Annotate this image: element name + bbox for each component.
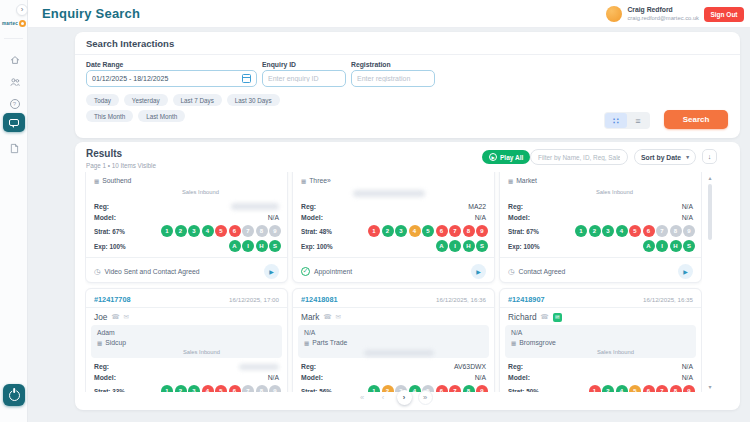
reg-value-redacted xyxy=(239,364,279,370)
model-value: N/A xyxy=(268,374,279,381)
sidebar-divider xyxy=(4,38,23,39)
scroll-down-icon[interactable]: ▾ xyxy=(706,383,714,390)
model-value: N/A xyxy=(475,374,486,381)
scroll-up-icon[interactable]: ▴ xyxy=(706,174,714,181)
chip-last-month[interactable]: Last Month xyxy=(138,110,185,122)
card-location: Three» xyxy=(309,177,331,184)
play-icon: ▶ xyxy=(489,153,497,161)
model-label: Model: xyxy=(508,214,530,221)
enquiry-card[interactable]: #12418907 16/12/2025, 16:35 Richard ☎ ✉ … xyxy=(499,288,702,392)
scrollbar-thumb[interactable] xyxy=(708,184,712,240)
play-all-button[interactable]: ▶ Play All xyxy=(482,150,530,164)
power-icon xyxy=(9,390,20,401)
score-circle: H xyxy=(256,240,268,252)
sign-out-button[interactable]: Sign Out xyxy=(704,7,744,22)
sidebar-item-help[interactable]: ? xyxy=(7,96,22,111)
sort-select[interactable]: Sort by Date ▾ xyxy=(634,149,696,165)
model-label: Model: xyxy=(301,374,323,381)
reg-label: Reg: xyxy=(94,363,109,370)
sidebar-item-home[interactable] xyxy=(7,52,22,67)
source-badge: Sales Inbound xyxy=(505,349,696,355)
source-badge: Sales Inbound xyxy=(86,189,287,195)
sidebar: martec › ? xyxy=(0,0,28,422)
salesperson-box: N/A ▦Parts Trade xyxy=(298,325,489,358)
prev-page-button[interactable]: ‹ xyxy=(376,390,391,405)
date-range-input[interactable] xyxy=(86,70,257,87)
sidebar-item-contacts[interactable] xyxy=(7,74,22,89)
mail-icon-active[interactable]: ✉ xyxy=(553,313,562,322)
enquiry-id-link[interactable]: #12418081 xyxy=(301,295,338,304)
building-icon: ▦ xyxy=(97,340,102,346)
source-badge: Sales Inbound xyxy=(500,189,701,195)
score-circle: 3 xyxy=(602,225,614,237)
download-button[interactable]: ↓ xyxy=(702,149,717,164)
registration-label: Registration xyxy=(351,61,391,68)
play-recording-button[interactable]: ▶ xyxy=(678,264,693,279)
sidebar-expand-button[interactable]: › xyxy=(16,4,28,16)
score-circle: 6 xyxy=(229,225,241,237)
last-page-button[interactable]: » xyxy=(418,390,433,405)
building-icon: ▦ xyxy=(94,178,99,184)
reg-label: Reg: xyxy=(508,203,523,210)
results-filter-input[interactable] xyxy=(530,149,628,165)
results-scrollbar[interactable]: ▴ ▾ xyxy=(706,174,714,390)
sidebar-item-documents[interactable] xyxy=(7,141,22,156)
divider xyxy=(75,54,740,55)
score-circle: S xyxy=(683,240,695,252)
enquiry-id-link[interactable]: #12417708 xyxy=(94,295,131,304)
card-status: Contact Agreed xyxy=(519,268,674,275)
enquiry-id-input[interactable] xyxy=(262,70,346,87)
model-label: Model: xyxy=(301,214,323,221)
score-circle: 7 xyxy=(656,225,668,237)
score-circle: 6 xyxy=(436,225,448,237)
score-circle: 1 xyxy=(161,225,173,237)
date-range-label: Date Range xyxy=(86,61,123,68)
play-recording-button[interactable]: ▶ xyxy=(471,264,486,279)
reg-value: N/A xyxy=(682,363,693,370)
first-page-button[interactable]: « xyxy=(355,390,370,405)
strat-circles: 123456789 xyxy=(160,225,282,237)
power-button[interactable] xyxy=(3,384,25,406)
enquiry-id-link[interactable]: #12418907 xyxy=(508,295,545,304)
chip-last-7-days[interactable]: Last 7 Days xyxy=(173,94,222,106)
next-page-button[interactable]: › xyxy=(397,390,412,405)
strat-score-label: Strat: 48% xyxy=(301,228,332,235)
salesperson-box: Adam ▦Sidcup Sales Inbound xyxy=(91,325,282,358)
score-circle: 2 xyxy=(589,225,601,237)
enquiry-card[interactable]: #12418081 16/12/2025, 16:36 Mark ☎ ✉ N/A… xyxy=(292,288,495,392)
enquiry-card[interactable]: ▦Three» Reg:MA22 Model:N/A Strat: 48%123… xyxy=(292,172,495,283)
users-icon xyxy=(9,76,21,88)
avatar[interactable] xyxy=(606,6,622,22)
search-panel: Search Interactions Date Range Enquiry I… xyxy=(75,32,740,138)
card-location: Parts Trade xyxy=(312,339,347,346)
document-icon xyxy=(9,143,20,154)
search-panel-title: Search Interactions xyxy=(86,38,174,49)
registration-input[interactable] xyxy=(351,70,435,87)
chip-last-30-days[interactable]: Last 30 Days xyxy=(227,94,280,106)
search-button[interactable]: Search xyxy=(664,110,728,129)
list-view-button[interactable]: ≡ xyxy=(627,113,649,128)
chip-today[interactable]: Today xyxy=(86,94,119,106)
play-recording-button[interactable]: ▶ xyxy=(264,264,279,279)
reg-label: Reg: xyxy=(301,203,316,210)
sort-select-value: Sort by Date xyxy=(641,154,681,161)
user-area: Craig Redford craig.redford@martec.co.uk… xyxy=(606,0,744,28)
strat-score-label: Strat: 67% xyxy=(94,228,125,235)
sidebar-item-enquiries-active[interactable] xyxy=(3,113,25,132)
chevron-right-icon: › xyxy=(21,5,24,14)
chip-this-month[interactable]: This Month xyxy=(86,110,133,122)
strat-circles: 123456789 xyxy=(574,225,696,237)
calendar-icon[interactable] xyxy=(242,74,251,83)
source-badge-redacted xyxy=(353,190,425,197)
contact-name: Richard xyxy=(508,312,537,322)
grid-view-button[interactable]: ∷ xyxy=(605,113,627,128)
enquiry-card[interactable]: #12417708 16/12/2025, 17:00 Joe ☎ ✉ Adam… xyxy=(85,288,288,392)
building-icon: ▦ xyxy=(511,340,516,346)
score-circle: A xyxy=(229,240,241,252)
enquiry-card[interactable]: ▦Southend Sales Inbound Reg: Model:N/A S… xyxy=(85,172,288,283)
reg-label: Reg: xyxy=(508,363,523,370)
results-page-info: Page 1 • 10 Items Visible xyxy=(86,162,156,169)
score-circle: 8 xyxy=(670,225,682,237)
chip-yesterday[interactable]: Yesterday xyxy=(124,94,168,106)
enquiry-card[interactable]: ▦Market Sales Inbound Reg:N/A Model:N/A … xyxy=(499,172,702,283)
